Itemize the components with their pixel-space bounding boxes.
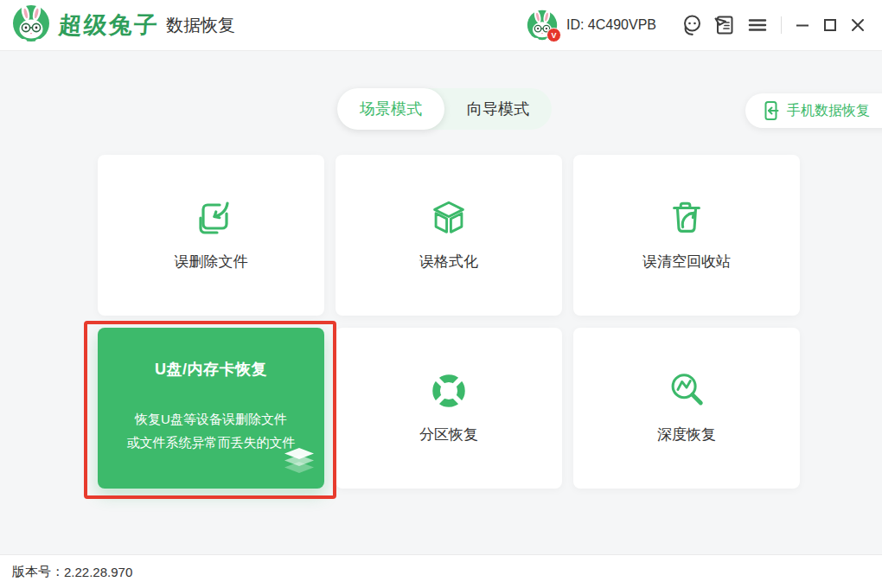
feedback-button[interactable] (711, 11, 738, 39)
card-label: 误清空回收站 (642, 252, 731, 272)
menu-button[interactable] (744, 11, 771, 39)
brand-name: 超级兔子 (58, 10, 161, 41)
hamburger-menu-icon (747, 15, 768, 35)
headset-icon (681, 14, 703, 36)
support-button[interactable] (678, 11, 706, 39)
title-bar: 超级兔子 数据恢复 V ID: 4C490VPB (0, 0, 882, 51)
card-formatted[interactable]: 误格式化 (336, 155, 562, 316)
layers-icon (283, 448, 316, 478)
card-partition-recovery[interactable]: 分区恢复 (336, 328, 562, 489)
close-button[interactable] (846, 13, 870, 37)
minimize-button[interactable] (790, 13, 815, 37)
user-avatar[interactable]: V (527, 10, 558, 41)
card-description: 恢复U盘等设备误删除文件 或文件系统异常而丢失的文件 (127, 407, 296, 454)
user-id: ID: 4C490VPB (566, 17, 656, 33)
partition-icon (427, 369, 470, 412)
card-deleted-files[interactable]: 误删除文件 (98, 155, 324, 316)
minimize-icon (794, 16, 811, 34)
card-label: 误删除文件 (175, 252, 248, 272)
mode-tabs: 场景模式 向导模式 (337, 88, 552, 130)
version-value: 2.22.28.970 (64, 565, 132, 579)
rabbit-logo-icon (12, 4, 50, 46)
card-title: U盘/内存卡恢复 (155, 359, 267, 380)
divider (781, 16, 782, 34)
close-icon (849, 16, 866, 34)
phone-button-label: 手机数据恢复 (787, 102, 870, 120)
phone-data-recovery-button[interactable]: 手机数据恢复 (745, 93, 882, 128)
card-description-line2: 或文件系统异常而丢失的文件 (127, 431, 296, 454)
feedback-icon (713, 14, 736, 36)
tab-scene-mode[interactable]: 场景模式 (337, 88, 444, 130)
card-label: 误格式化 (419, 252, 478, 272)
phone-arrow-icon (758, 99, 781, 122)
format-cube-icon (427, 196, 470, 240)
card-label: 分区恢复 (419, 425, 478, 444)
maximize-icon (821, 16, 839, 34)
status-bar: 版本号： 2.22.28.970 (0, 554, 882, 588)
tab-wizard-mode[interactable]: 向导模式 (444, 88, 552, 130)
card-usb-memory-recovery[interactable]: U盘/内存卡恢复 恢复U盘等设备误删除文件 或文件系统异常而丢失的文件 (98, 328, 324, 489)
recycle-bin-icon (665, 196, 708, 240)
card-description-line1: 恢复U盘等设备误删除文件 (127, 407, 296, 431)
card-recycle-bin[interactable]: 误清空回收站 (573, 155, 800, 316)
version-label: 版本号： (12, 564, 64, 580)
deep-scan-icon (665, 369, 708, 412)
vip-badge: V (546, 28, 561, 42)
card-label: 深度恢复 (657, 425, 716, 444)
card-deep-recovery[interactable]: 深度恢复 (573, 328, 800, 489)
maximize-button[interactable] (818, 13, 842, 37)
brand-suffix: 数据恢复 (166, 14, 235, 37)
brand-area: 超级兔子 数据恢复 (12, 0, 235, 50)
restore-file-icon (189, 196, 233, 240)
